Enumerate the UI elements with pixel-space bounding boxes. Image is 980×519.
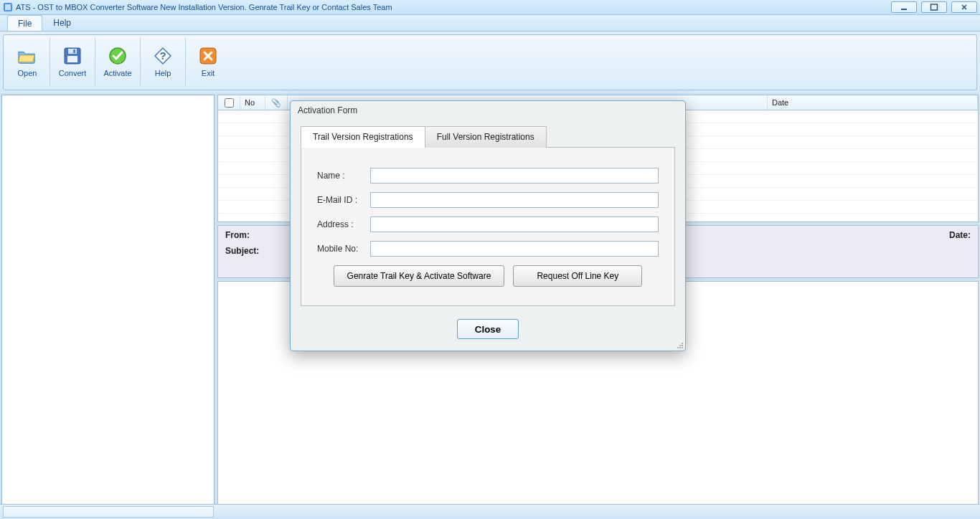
- email-input[interactable]: [370, 192, 659, 208]
- svg-point-15: [679, 347, 681, 348]
- tab-trail-version[interactable]: Trail Version Registrations: [301, 126, 425, 148]
- dialog-title: Activation Form: [291, 101, 685, 120]
- svg-point-14: [677, 347, 679, 348]
- svg-point-13: [682, 345, 683, 346]
- mobile-input[interactable]: [370, 241, 659, 257]
- address-label: Address :: [317, 219, 370, 229]
- dialog-overlay: Activation Form Trail Version Registrati…: [0, 0, 980, 519]
- activation-dialog: Activation Form Trail Version Registrati…: [290, 100, 686, 351]
- dialog-close-button[interactable]: Close: [457, 319, 519, 339]
- svg-point-16: [682, 347, 683, 348]
- request-offline-key-button[interactable]: Request Off Line Key: [513, 265, 642, 287]
- svg-point-12: [679, 345, 681, 346]
- tab-full-version[interactable]: Full Version Registrations: [425, 126, 547, 148]
- name-label: Name :: [317, 171, 370, 181]
- name-input[interactable]: [370, 168, 659, 184]
- resize-grip-icon[interactable]: [675, 341, 684, 349]
- address-input[interactable]: [370, 216, 659, 232]
- mobile-label: Mobile No:: [317, 244, 370, 254]
- generate-key-button[interactable]: Genrate Trail Key & Activate Software: [334, 265, 505, 287]
- email-label: E-Mail ID :: [317, 195, 370, 205]
- dialog-tabs: Trail Version Registrations Full Version…: [301, 125, 675, 148]
- tab-panel-trail: Name : E-Mail ID : Address : Mobile No: …: [301, 148, 675, 306]
- svg-point-11: [682, 343, 683, 344]
